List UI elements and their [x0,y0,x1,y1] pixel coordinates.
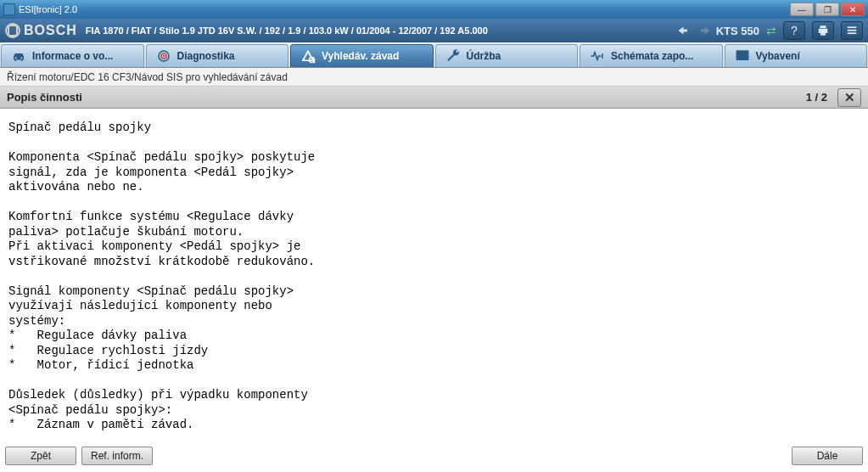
bosch-logo-icon [5,23,20,38]
svg-rect-0 [848,26,857,28]
tab-label: Schémata zapo... [611,50,693,62]
history-nav [672,22,716,39]
section-title: Popis činnosti [7,91,806,104]
svg-line-7 [314,62,316,64]
window-controls: — ❐ ✕ [790,3,865,16]
book-icon [734,48,751,64]
main-tabs: Informace o vo... Diagnostika Vyhledáv. … [0,42,868,68]
bottom-bar: Zpět Ref. inform. Dále [0,447,868,469]
ref-info-button[interactable]: Ref. inform. [81,447,153,465]
arrow-right-icon [697,23,714,38]
svg-rect-2 [848,32,857,34]
tab-fault-search[interactable]: Vyhledáv. závad [290,44,434,67]
wrench-icon [445,48,462,64]
close-section-button[interactable]: ✕ [837,88,861,107]
arrow-left-icon [674,23,691,38]
bosch-logo: BOSCH [5,23,77,38]
usb-icon: ⇄ [766,24,776,37]
printer-icon [816,25,830,37]
button-label: Ref. inform. [91,450,143,462]
circuit-icon [589,48,606,64]
window-title: ESI[tronic] 2.0 [19,4,790,14]
window-titlebar: ESI[tronic] 2.0 — ❐ ✕ [0,0,868,19]
breadcrumb: Řízení motoru/EDC 16 CF3/Návod SIS pro v… [0,68,868,87]
help-button[interactable]: ? [783,21,805,40]
car-info-icon [10,48,27,64]
kts-device-label: KTS 550 [716,25,759,37]
svg-rect-1 [848,30,857,31]
tab-label: Vybavení [756,50,800,62]
tab-vehicle-info[interactable]: Informace o vo... [1,44,144,67]
content-body: Spínač pedálu spojky Komponenta <Spínač … [0,109,868,447]
tab-diagnostics[interactable]: Diagnostika [146,44,289,67]
vehicle-info: FIA 1870 / FIAT / Stilo 1.9 JTD 16V S.W.… [86,25,665,36]
menu-list-icon [845,25,859,37]
close-window-button[interactable]: ✕ [841,3,865,16]
back-button[interactable]: Zpět [5,447,76,465]
section-header: Popis činnosti 1 / 2 ✕ [0,87,868,109]
tab-maintenance[interactable]: Údržba [435,44,579,67]
tab-label: Vyhledáv. závad [322,50,399,62]
button-label: Zpět [31,450,51,462]
page-indicator: 1 / 2 [806,91,827,104]
app-icon [3,3,15,15]
breadcrumb-text: Řízení motoru/EDC 16 CF3/Návod SIS pro v… [7,71,288,83]
print-button[interactable] [812,21,834,40]
history-forward-button[interactable] [696,22,716,39]
target-icon [155,48,172,64]
brand-text: BOSCH [24,23,77,38]
next-button[interactable]: Dále [792,447,863,465]
button-label: Dále [817,450,838,462]
minimize-button[interactable]: — [790,3,814,16]
tab-label: Údržba [467,50,501,62]
tab-equipment[interactable]: Vybavení [725,44,868,67]
search-fault-icon [300,48,316,64]
menu-button[interactable] [841,21,863,40]
tab-label: Informace o vo... [32,50,113,62]
maximize-button[interactable]: ❐ [815,3,839,16]
tab-label: Diagnostika [177,50,235,62]
history-back-button[interactable] [672,22,692,39]
svg-point-5 [162,55,164,57]
header-right: KTS 550 ⇄ ? [716,21,863,40]
app-header: BOSCH FIA 1870 / FIAT / Stilo 1.9 JTD 16… [0,19,868,42]
tab-wiring-diagrams[interactable]: Schémata zapo... [580,44,723,67]
